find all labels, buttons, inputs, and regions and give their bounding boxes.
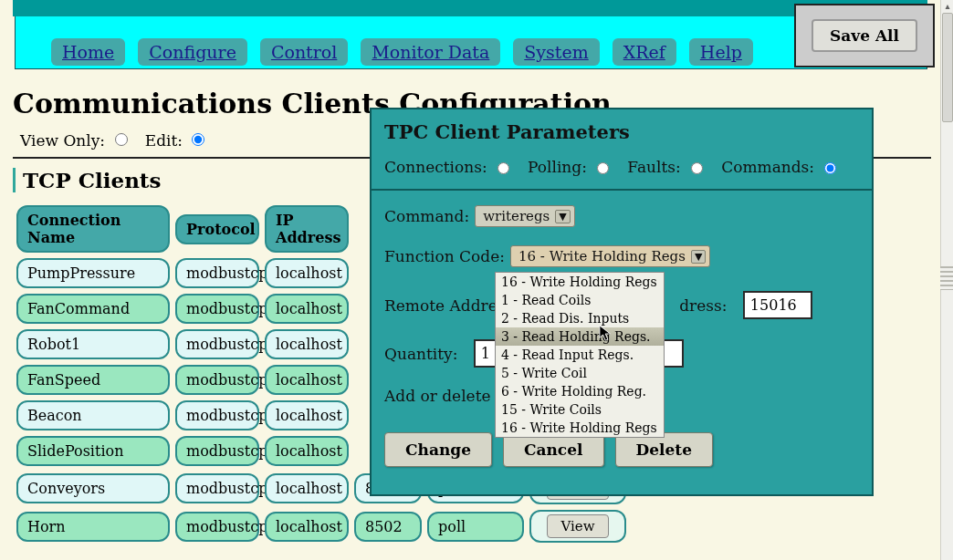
column-header: Protocol [175,214,259,244]
edit-label: Edit: [145,131,183,150]
command-label: Command: [384,207,469,225]
cell[interactable]: modbustcp [175,365,259,395]
cell[interactable]: modbustcp [175,294,259,324]
commands-radio[interactable] [824,162,836,174]
function-code-option[interactable]: 4 - Read Input Regs. [496,346,664,364]
function-code-option[interactable]: 16 - Write Holding Regs [496,273,664,291]
main-nav: HomeConfigureControlMonitor DataSystemXR… [51,38,753,66]
commands-label: Commands: [721,158,814,176]
cell[interactable]: modbustcp [175,258,259,288]
cell[interactable]: SlidePosition [16,436,170,466]
nav-help[interactable]: Help [689,38,753,66]
column-header: Connection Name [16,205,170,253]
remote-address-input[interactable] [743,291,812,319]
chevron-down-icon: ▼ [555,210,570,223]
cell[interactable]: localhost [265,436,349,466]
cell[interactable]: Robot1 [16,329,170,359]
function-code-select[interactable]: 16 - Write Holding Regs ▼ [510,245,710,267]
cell[interactable]: FanCommand [16,294,170,324]
view-only-label: View Only: [20,131,105,150]
view-button[interactable]: View [547,514,608,538]
function-code-option[interactable]: 1 - Read Coils [496,291,664,309]
nav-home[interactable]: Home [51,38,125,66]
polling-radio[interactable] [597,162,609,174]
view-only-radio[interactable] [115,133,128,146]
scroll-up-arrow-icon[interactable]: ▴ [942,0,953,13]
edit-radio[interactable] [192,133,204,146]
cell[interactable]: localhost [265,329,349,359]
cell[interactable]: modbustcp [175,512,259,542]
cell[interactable]: localhost [265,512,349,542]
command-select-value: writeregs [483,208,550,224]
panel-divider [372,189,872,191]
function-code-select-value: 16 - Write Holding Regs [518,248,686,264]
function-code-option[interactable]: 16 - Write Holding Regs [496,419,664,437]
panel-title: TPC Client Parameters [384,120,859,143]
nav-monitor-data[interactable]: Monitor Data [361,38,500,66]
nav-system[interactable]: System [513,38,599,66]
nav-control[interactable]: Control [260,38,348,66]
nav-xref[interactable]: XRef [613,38,676,66]
command-select[interactable]: writeregs ▼ [475,205,575,227]
cell[interactable]: Conveyors [16,473,170,503]
cell[interactable]: PumpPressure [16,258,170,288]
connections-radio[interactable] [497,162,509,174]
nav-configure[interactable]: Configure [138,38,247,66]
cell[interactable]: localhost [265,294,349,324]
cell-port[interactable]: 8502 [354,512,422,542]
cell[interactable]: modbustcp [175,329,259,359]
function-code-label: Function Code: [384,247,505,265]
cell[interactable]: localhost [265,400,349,430]
faults-radio[interactable] [691,162,703,174]
cell[interactable]: localhost [265,258,349,288]
cell-command[interactable]: poll [427,512,524,542]
cell[interactable]: modbustcp [175,473,259,503]
chevron-down-icon: ▼ [691,250,706,264]
view-cell: View [529,510,626,543]
function-code-option[interactable]: 5 - Write Coil [496,364,664,382]
faults-label: Faults: [627,158,680,176]
function-code-dropdown[interactable]: 16 - Write Holding Regs1 - Read Coils2 -… [495,272,665,438]
cell[interactable]: localhost [265,365,349,395]
polling-label: Polling: [528,158,587,176]
column-header: IP Address [265,205,349,253]
table-row: Hornmodbustcplocalhost8502pollView [16,510,931,543]
top-stripe [13,0,927,16]
function-code-option[interactable]: 6 - Write Holding Reg. [496,382,664,400]
cell[interactable]: FanSpeed [16,365,170,395]
cell[interactable]: modbustcp [175,436,259,466]
function-code-option[interactable]: 3 - Read Holding Regs. [496,327,664,346]
save-all-container: Save All [794,4,935,67]
cell[interactable]: modbustcp [175,400,259,430]
cell[interactable]: Horn [16,512,170,542]
change-button[interactable]: Change [384,432,492,467]
function-code-option[interactable]: 2 - Read Dis. Inputs [496,309,664,327]
scrollbar-thumb[interactable] [942,13,953,122]
function-code-option[interactable]: 15 - Write Coils [496,400,664,419]
cell[interactable]: localhost [265,473,349,503]
panel-tabs: Connections: Polling: Faults: Commands: [384,158,859,176]
save-all-button[interactable]: Save All [812,19,917,52]
cell[interactable]: Beacon [16,400,170,430]
scrollbar-grip-icon [940,266,953,290]
quantity-label: Quantity: [384,345,457,363]
connections-label: Connections: [384,158,487,176]
dress-label-fragment: dress: [679,296,727,315]
